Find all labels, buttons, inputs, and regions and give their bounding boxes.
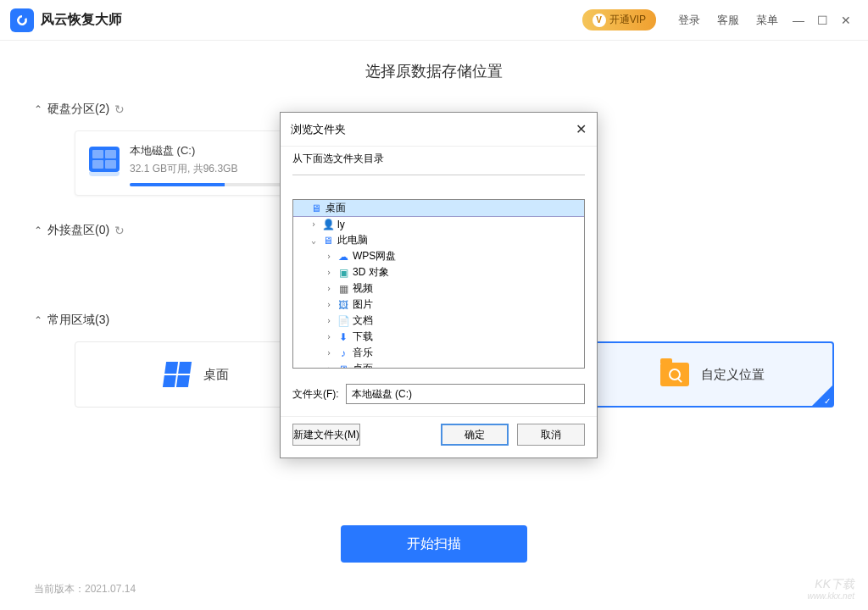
folder-search-icon bbox=[660, 360, 689, 389]
tree-item[interactable]: ⌄🖥此电脑 bbox=[293, 232, 584, 248]
node-icon: 🖥 bbox=[321, 234, 335, 247]
tree-item[interactable]: ›🖼图片 bbox=[293, 297, 584, 313]
node-label: 此电脑 bbox=[337, 233, 368, 247]
node-icon: 🖥 bbox=[337, 363, 350, 369]
folder-field-label: 文件夹(F): bbox=[292, 387, 339, 402]
node-icon: ⬇ bbox=[337, 330, 350, 344]
section-external-label: 外接盘区(0) bbox=[47, 223, 109, 238]
app-logo bbox=[10, 8, 34, 32]
tree-item[interactable]: 🖥桌面 bbox=[293, 200, 584, 216]
node-label: 桌面 bbox=[326, 201, 346, 215]
folder-field-input[interactable] bbox=[346, 384, 585, 404]
page-title: 选择原数据存储位置 bbox=[34, 61, 834, 81]
expand-icon[interactable]: › bbox=[324, 364, 334, 369]
node-icon: 👤 bbox=[321, 218, 335, 231]
expand-icon[interactable]: › bbox=[324, 300, 334, 309]
tree-item[interactable]: ›♪音乐 bbox=[293, 345, 584, 361]
node-icon: 🖼 bbox=[337, 298, 350, 312]
vip-label: 开通VIP bbox=[609, 13, 646, 27]
node-label: 音乐 bbox=[353, 346, 373, 360]
node-label: WPS网盘 bbox=[353, 249, 396, 263]
expand-icon[interactable]: › bbox=[309, 219, 319, 229]
node-label: 图片 bbox=[353, 297, 373, 312]
vip-icon: V bbox=[593, 14, 606, 27]
node-label: 文档 bbox=[353, 313, 373, 328]
expand-icon[interactable]: › bbox=[324, 252, 334, 261]
scan-button[interactable]: 开始扫描 bbox=[341, 525, 527, 563]
node-icon: 🖥 bbox=[309, 202, 323, 215]
section-common-label: 常用区域(3) bbox=[47, 313, 109, 328]
app-title: 风云恢复大师 bbox=[41, 11, 122, 29]
version-footer: 当前版本：2021.07.14 bbox=[34, 582, 136, 596]
expand-icon[interactable]: ⌄ bbox=[309, 236, 319, 245]
tree-item[interactable]: ›☁WPS网盘 bbox=[293, 248, 584, 264]
location-custom[interactable]: 自定义位置 ✓ bbox=[591, 341, 834, 408]
expand-icon[interactable]: › bbox=[324, 332, 334, 341]
node-label: ly bbox=[337, 219, 345, 230]
titlebar: 风云恢复大师 V 开通VIP 登录 客服 菜单 — ☐ ✕ bbox=[0, 0, 868, 41]
dialog-subtitle: 从下面选文件夹目录 bbox=[281, 146, 597, 175]
tree-item[interactable]: ›⬇下载 bbox=[293, 329, 584, 345]
close-button[interactable]: ✕ bbox=[834, 8, 858, 32]
node-icon: ▦ bbox=[337, 282, 350, 296]
vip-button[interactable]: V 开通VIP bbox=[582, 9, 656, 30]
dialog-close-icon[interactable]: ✕ bbox=[576, 121, 587, 137]
tree-item[interactable]: ›📄文档 bbox=[293, 313, 584, 329]
folder-tree[interactable]: 🖥桌面›👤ly⌄🖥此电脑›☁WPS网盘›▣3D 对象›▦视频›🖼图片›📄文档›⬇… bbox=[292, 199, 585, 369]
tree-item[interactable]: ›👤ly bbox=[293, 216, 584, 232]
chevron-up-icon: ⌃ bbox=[34, 103, 42, 115]
version-label: 当前版本： bbox=[34, 583, 85, 595]
menu-link[interactable]: 菜单 bbox=[756, 13, 778, 28]
ok-button[interactable]: 确定 bbox=[441, 424, 509, 446]
node-label: 桌面 bbox=[353, 362, 373, 369]
expand-icon[interactable]: › bbox=[324, 316, 334, 325]
browse-folder-dialog: 浏览文件夹 ✕ 从下面选文件夹目录 🖥桌面›👤ly⌄🖥此电脑›☁WPS网盘›▣3… bbox=[280, 112, 598, 458]
tree-item[interactable]: ›▣3D 对象 bbox=[293, 264, 584, 280]
node-icon: 📄 bbox=[337, 314, 350, 328]
section-disk-label: 硬盘分区(2) bbox=[47, 102, 109, 117]
watermark: KK下载 www.kkx.net bbox=[807, 577, 854, 602]
refresh-icon[interactable]: ↻ bbox=[114, 224, 125, 237]
location-desktop-label: 桌面 bbox=[203, 367, 229, 383]
login-link[interactable]: 登录 bbox=[678, 13, 700, 28]
service-link[interactable]: 客服 bbox=[717, 13, 739, 28]
expand-icon[interactable]: › bbox=[324, 268, 334, 277]
tree-item[interactable]: ›▦视频 bbox=[293, 280, 584, 297]
windows-icon bbox=[163, 360, 192, 389]
location-custom-label: 自定义位置 bbox=[701, 367, 765, 383]
version-value: 2021.07.14 bbox=[85, 583, 136, 595]
expand-icon[interactable]: › bbox=[324, 348, 334, 358]
new-folder-button[interactable]: 新建文件夹(M) bbox=[292, 424, 360, 446]
expand-icon[interactable]: › bbox=[324, 284, 334, 293]
check-icon: ✓ bbox=[824, 396, 831, 406]
minimize-button[interactable]: — bbox=[787, 8, 810, 32]
chevron-up-icon: ⌃ bbox=[34, 314, 42, 326]
tree-item[interactable]: ›🖥桌面 bbox=[293, 361, 584, 369]
node-label: 3D 对象 bbox=[353, 265, 389, 280]
node-label: 下载 bbox=[353, 330, 373, 344]
disk-icon bbox=[89, 147, 120, 172]
node-icon: ☁ bbox=[337, 250, 350, 263]
refresh-icon[interactable]: ↻ bbox=[114, 103, 125, 116]
dialog-title: 浏览文件夹 bbox=[291, 122, 346, 137]
maximize-button[interactable]: ☐ bbox=[810, 8, 834, 32]
node-icon: ▣ bbox=[337, 266, 350, 280]
chevron-up-icon: ⌃ bbox=[34, 225, 42, 236]
node-icon: ♪ bbox=[337, 347, 350, 360]
node-label: 视频 bbox=[353, 281, 373, 296]
cancel-button[interactable]: 取消 bbox=[517, 424, 585, 446]
